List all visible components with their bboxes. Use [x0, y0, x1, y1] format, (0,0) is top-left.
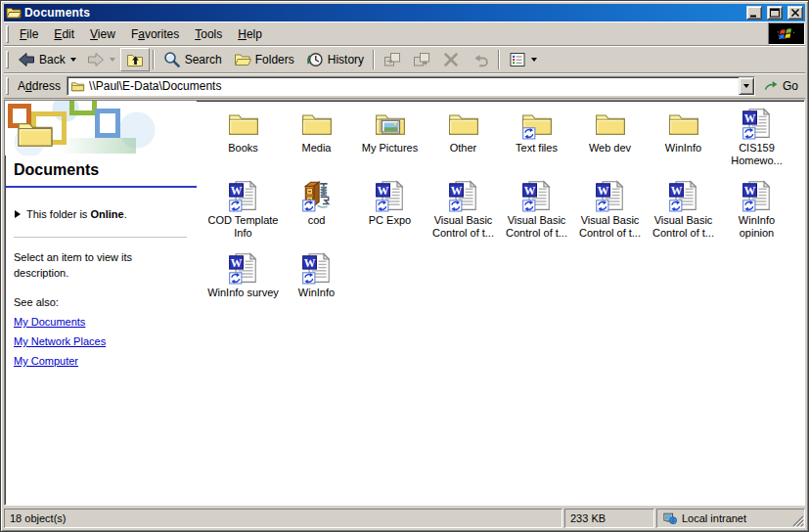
- close-button[interactable]: [787, 6, 803, 20]
- file-visual-basic-4[interactable]: Visual BasicControl of t...: [647, 176, 720, 248]
- address-combobox[interactable]: \\Paul\E-Data\Documents: [67, 76, 755, 96]
- address-bar: Address \\Paul\E-Data\Documents Go: [4, 73, 805, 99]
- go-arrow-icon: [762, 78, 780, 94]
- banner-blue-square: [95, 109, 120, 138]
- move-to-button: [378, 48, 407, 71]
- expand-arrow-icon[interactable]: [15, 210, 21, 218]
- resize-grip[interactable]: [791, 514, 804, 527]
- word-document-icon: [300, 251, 334, 285]
- local-intranet-icon: [662, 511, 678, 525]
- folders-label: Folders: [255, 53, 295, 66]
- file-wininfo-opinion[interactable]: WinInfoopinion: [720, 176, 793, 248]
- file-cod[interactable]: cod: [280, 176, 353, 248]
- link-my-documents[interactable]: My Documents: [14, 316, 197, 328]
- file-label: Text files: [516, 142, 558, 155]
- file-wininfo-folder[interactable]: WinInfo: [647, 104, 720, 176]
- maximize-button[interactable]: [767, 6, 783, 20]
- copy-to-icon: [412, 50, 431, 69]
- menu-items: FileEditViewFavoritesToolsHelp: [12, 25, 270, 43]
- menu-help[interactable]: Help: [230, 25, 270, 43]
- sync-badge-icon: [742, 128, 754, 139]
- up-button[interactable]: [120, 48, 150, 71]
- go-button[interactable]: Go: [759, 75, 803, 97]
- forward-icon: [86, 50, 106, 69]
- sync-badge-icon: [302, 200, 314, 211]
- menu-tools[interactable]: Tools: [187, 25, 230, 43]
- addressbar-grip[interactable]: [6, 77, 9, 95]
- toolbar-grip[interactable]: [6, 51, 9, 68]
- panel-description: Select an item to view its description.: [14, 249, 183, 281]
- views-button[interactable]: [503, 48, 542, 71]
- file-web-dev[interactable]: Web dev: [573, 104, 647, 176]
- close-icon: [789, 8, 801, 18]
- word-document-icon: [667, 179, 700, 212]
- word-document-icon: [447, 179, 480, 212]
- panel-rule: [5, 186, 197, 188]
- copy-to-button: [407, 48, 436, 71]
- webview-panel: Documents This folder is Online. Select …: [5, 101, 197, 505]
- folders-button[interactable]: Folders: [228, 48, 300, 71]
- minimize-button[interactable]: [746, 6, 762, 20]
- file-label: Visual BasicControl of t...: [432, 214, 494, 240]
- word-document-icon: [520, 179, 554, 212]
- address-value[interactable]: \\Paul\E-Data\Documents: [89, 79, 735, 93]
- explorer-window: Documents FileEditViewFavoritesToolsHelp…: [0, 0, 809, 532]
- folder-icon: [227, 107, 260, 140]
- word-document-icon: [227, 251, 260, 285]
- back-button[interactable]: Back: [12, 48, 81, 71]
- undo-button: [466, 48, 495, 71]
- file-cod-template-info[interactable]: COD TemplateInfo: [206, 176, 280, 248]
- sync-badge-icon: [522, 128, 534, 139]
- file-label: cod: [308, 214, 326, 227]
- menu-file[interactable]: File: [12, 25, 46, 43]
- search-button[interactable]: Search: [157, 48, 228, 71]
- file-label: PC Expo: [369, 214, 411, 227]
- menubar-grip[interactable]: [6, 25, 9, 43]
- large-folder-icon: [13, 113, 58, 153]
- minimize-icon: [748, 8, 760, 18]
- sync-badge-icon: [229, 200, 241, 211]
- file-visual-basic-3[interactable]: Visual BasicControl of t...: [573, 176, 647, 248]
- file-cis159-homework[interactable]: CIS159Homewo...: [720, 104, 793, 176]
- file-label: Media: [302, 142, 332, 155]
- file-label: Other: [450, 142, 477, 155]
- link-my-network-places[interactable]: My Network Places: [14, 335, 197, 347]
- file-label: Visual BasicControl of t...: [506, 214, 567, 240]
- file-visual-basic-2[interactable]: Visual BasicControl of t...: [500, 176, 573, 248]
- folder-icon: [667, 107, 700, 140]
- folder-icon: [447, 107, 480, 140]
- file-wininfo-survey[interactable]: WinInfo survey: [206, 248, 280, 321]
- file-label: Visual BasicControl of t...: [579, 214, 641, 240]
- file-other[interactable]: Other: [427, 104, 500, 176]
- file-label: My Pictures: [362, 142, 418, 155]
- file-label: WinInfoopinion: [739, 214, 775, 240]
- status-bar: 18 object(s) 233 KB Local intranet: [4, 506, 805, 528]
- menu-view[interactable]: View: [82, 25, 123, 43]
- file-label: CIS159Homewo...: [731, 142, 783, 167]
- file-wininfo-doc[interactable]: WinInfo: [280, 248, 353, 321]
- history-label: History: [328, 53, 365, 66]
- word-document-icon: [374, 179, 407, 212]
- menu-bar: FileEditViewFavoritesToolsHelp: [4, 22, 805, 46]
- address-dropdown-button[interactable]: [739, 77, 754, 95]
- back-dropdown-arrow-icon[interactable]: [70, 58, 76, 62]
- views-dropdown-arrow-icon[interactable]: [531, 58, 537, 62]
- folder-status-text: This folder is Online.: [26, 208, 127, 220]
- title-bar[interactable]: Documents: [4, 4, 805, 22]
- history-button[interactable]: History: [300, 48, 370, 71]
- toolbar-separator: [498, 50, 500, 69]
- content-area: Documents This folder is Online. Select …: [4, 100, 805, 506]
- file-pc-expo[interactable]: PC Expo: [353, 176, 427, 248]
- link-my-computer[interactable]: My Computer: [14, 355, 197, 367]
- my-pictures-folder-icon: [374, 107, 407, 140]
- file-visual-basic-1[interactable]: Visual BasicControl of t...: [427, 176, 500, 248]
- menu-favorites[interactable]: Favorites: [123, 25, 187, 43]
- file-label: WinInfo: [298, 287, 335, 299]
- file-label: Web dev: [589, 142, 631, 155]
- undo-icon: [471, 50, 490, 69]
- file-books[interactable]: Books: [206, 104, 280, 176]
- file-my-pictures[interactable]: My Pictures: [353, 104, 427, 176]
- menu-edit[interactable]: Edit: [46, 25, 82, 43]
- file-text-files[interactable]: Text files: [500, 104, 573, 176]
- file-media[interactable]: Media: [280, 104, 353, 176]
